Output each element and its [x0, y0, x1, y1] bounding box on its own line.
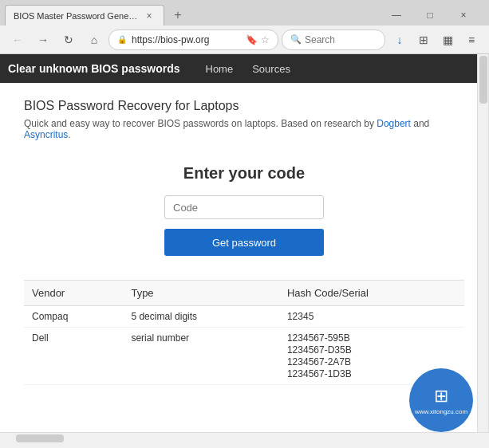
cell-hash: 12345 — [279, 306, 464, 328]
menu-icons: ↓ ⊞ ▦ ≡ — [388, 29, 483, 51]
watermark: ⊞ www.xitongzu.com — [409, 368, 473, 432]
site-content: BIOS Password Recovery for Laptops Quick… — [0, 83, 488, 401]
new-tab-button[interactable]: + — [168, 5, 188, 26]
tab-bar: BIOS Master Password Generator fo... × +… — [0, 0, 489, 26]
watermark-icon: ⊞ — [434, 386, 448, 407]
bookmark-icon[interactable]: 🔖 — [246, 34, 258, 45]
close-button[interactable]: × — [448, 5, 479, 26]
enter-code-title: Enter your code — [24, 164, 464, 183]
hash-code: 1234567-595B — [287, 332, 456, 344]
nav-link-home[interactable]: Home — [196, 57, 243, 81]
tab-close-button[interactable]: × — [143, 10, 156, 22]
site-nav-links: Home Sources — [196, 57, 300, 81]
bottom-scrollbar-thumb[interactable] — [16, 434, 64, 442]
vendor-table: Vendor Type Hash Code/Serial Compaq5 dec… — [24, 280, 464, 385]
address-bar[interactable]: 🔒 https://bios-pw.org 🔖 ☆ — [108, 29, 278, 50]
back-button[interactable]: ← — [6, 29, 29, 51]
forward-button[interactable]: → — [32, 29, 54, 51]
col-hash: Hash Code/Serial — [279, 281, 464, 306]
asyncritus-link[interactable]: Asyncritus — [24, 129, 68, 140]
nav-link-sources[interactable]: Sources — [243, 57, 300, 81]
site-navbar: Clear unknown BIOS passwords Home Source… — [0, 54, 488, 83]
search-box[interactable]: 🔍 — [282, 29, 385, 50]
cell-type: 5 decimal digits — [123, 306, 279, 328]
cell-type: serial number — [123, 328, 279, 385]
address-text: https://bios-pw.org — [132, 34, 241, 45]
reload-button[interactable]: ↻ — [57, 29, 80, 51]
site-heading: BIOS Password Recovery for Laptops — [24, 99, 464, 113]
maximize-button[interactable]: □ — [414, 5, 446, 26]
cell-vendor: Compaq — [24, 306, 123, 328]
dogbert-link[interactable]: Dogbert — [377, 118, 411, 129]
get-password-button[interactable]: Get password — [164, 229, 324, 256]
watermark-text: www.xitongzu.com — [415, 408, 467, 415]
cell-vendor: Dell — [24, 328, 123, 385]
col-vendor: Vendor — [24, 281, 123, 306]
table-row: Compaq5 decimal digits12345 — [24, 306, 464, 328]
scrollbar[interactable] — [477, 54, 488, 432]
hash-code: 12345 — [287, 311, 456, 322]
library-icon[interactable]: ⊞ — [412, 29, 435, 51]
window-controls: — □ × — [381, 5, 484, 26]
col-type: Type — [123, 281, 279, 306]
hash-code: 1234567-2A7B — [287, 356, 456, 367]
table-row: Dellserial number1234567-595B1234567-D35… — [24, 328, 464, 385]
home-button[interactable]: ⌂ — [83, 29, 105, 51]
lock-icon: 🔒 — [117, 35, 127, 44]
scrollbar-thumb[interactable] — [479, 56, 487, 104]
nav-bar: ← → ↻ ⌂ 🔒 https://bios-pw.org 🔖 ☆ 🔍 ↓ ⊞ … — [0, 26, 489, 54]
active-tab[interactable]: BIOS Master Password Generator fo... × — [5, 5, 164, 26]
download-icon[interactable]: ↓ — [388, 29, 411, 51]
hash-code: 1234567-D35B — [287, 344, 456, 356]
search-icon: 🔍 — [290, 34, 302, 45]
site-title: Clear unknown BIOS passwords — [8, 62, 180, 75]
subheading-middle: and — [411, 118, 429, 129]
watermark-circle: ⊞ www.xitongzu.com — [409, 368, 473, 432]
site-subheading: Quick and easy way to recover BIOS passw… — [24, 118, 464, 140]
tab-title: BIOS Master Password Generator fo... — [14, 11, 138, 21]
menu-icon[interactable]: ≡ — [460, 29, 483, 51]
bottom-scrollbar[interactable] — [0, 432, 489, 443]
subheading-suffix: . — [68, 129, 70, 140]
address-bar-icons: 🔖 ☆ — [246, 34, 270, 45]
search-input[interactable] — [305, 34, 377, 45]
subheading-prefix: Quick and easy way to recover BIOS passw… — [24, 118, 377, 129]
star-icon[interactable]: ☆ — [261, 34, 270, 45]
table-header-row: Vendor Type Hash Code/Serial — [24, 281, 464, 306]
sidebar-icon[interactable]: ▦ — [436, 29, 459, 51]
enter-code-section: Enter your code Get password — [24, 164, 464, 256]
code-input[interactable] — [164, 195, 324, 219]
minimize-button[interactable]: — — [381, 5, 412, 26]
